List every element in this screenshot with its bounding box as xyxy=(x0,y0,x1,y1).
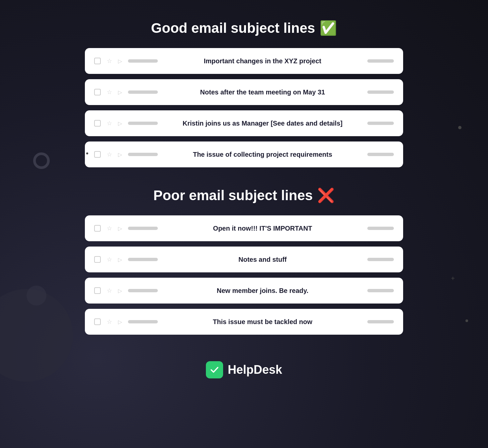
sender-bar-6 xyxy=(128,258,158,261)
checkbox-1[interactable] xyxy=(94,58,101,64)
poor-email-row-4[interactable]: ☆ ▷ This issue must be tackled now xyxy=(85,309,403,335)
star-icon-7[interactable]: ☆ xyxy=(107,287,112,294)
good-email-row-1[interactable]: ☆ ▷ Important changes in the XYZ project xyxy=(85,48,403,74)
checkbox-5[interactable] xyxy=(94,225,101,232)
checkbox-3[interactable] xyxy=(94,120,101,127)
star-icon-5[interactable]: ☆ xyxy=(107,225,112,232)
bg-decoration-dot-1 xyxy=(458,126,461,129)
star-icon-3[interactable]: ☆ xyxy=(107,120,112,127)
bg-decoration-dot-3 xyxy=(465,319,468,322)
good-email-row-4[interactable]: ☆ ▷ The issue of collecting project requ… xyxy=(85,141,403,167)
preview-bar-2 xyxy=(367,90,394,94)
checkbox-8[interactable] xyxy=(94,318,101,325)
poor-subject-2: Notes and stuff xyxy=(164,256,361,263)
helpdesk-logo: HelpDesk xyxy=(206,361,282,378)
poor-email-row-1[interactable]: ☆ ▷ Open it now!!! IT'S IMPORTANT xyxy=(85,215,403,241)
preview-bar-4 xyxy=(367,153,394,156)
checkbox-2[interactable] xyxy=(94,89,101,95)
forward-icon-5: ▷ xyxy=(118,225,122,232)
good-subject-3: Kristin joins us as Manager [See dates a… xyxy=(164,120,361,127)
good-email-list: ☆ ▷ Important changes in the XYZ project… xyxy=(85,48,403,167)
preview-bar-3 xyxy=(367,122,394,125)
forward-icon-3: ▷ xyxy=(118,120,122,127)
sender-bar-7 xyxy=(128,289,158,292)
star-icon-4[interactable]: ☆ xyxy=(107,151,112,158)
poor-email-list: ☆ ▷ Open it now!!! IT'S IMPORTANT ☆ ▷ No… xyxy=(85,215,403,335)
poor-subject-4: This issue must be tackled now xyxy=(164,318,361,326)
forward-icon-7: ▷ xyxy=(118,288,122,294)
checkbox-6[interactable] xyxy=(94,256,101,263)
good-email-row-3[interactable]: ☆ ▷ Kristin joins us as Manager [See dat… xyxy=(85,110,403,136)
good-subject-4: The issue of collecting project requirem… xyxy=(164,151,361,158)
sender-bar-8 xyxy=(128,320,158,323)
sender-bar-1 xyxy=(128,59,158,63)
good-subject-1: Important changes in the XYZ project xyxy=(164,57,361,65)
helpdesk-logo-icon xyxy=(206,361,223,378)
poor-subject-3: New member joins. Be ready. xyxy=(164,287,361,295)
star-icon-8[interactable]: ☆ xyxy=(107,318,112,325)
forward-icon-2: ▷ xyxy=(118,89,122,95)
poor-email-row-2[interactable]: ☆ ▷ Notes and stuff xyxy=(85,247,403,272)
poor-section-title: Poor email subject lines ❌ xyxy=(153,187,335,203)
preview-bar-8 xyxy=(367,320,394,323)
preview-bar-1 xyxy=(367,59,394,63)
preview-bar-6 xyxy=(367,258,394,261)
poor-title-text: Poor email subject lines xyxy=(153,188,313,203)
forward-icon-1: ▷ xyxy=(118,58,122,64)
checkbox-4[interactable] xyxy=(94,151,101,158)
sender-bar-3 xyxy=(128,122,158,125)
bg-decoration-ring xyxy=(33,152,50,169)
good-subject-2: Notes after the team meeting on May 31 xyxy=(164,88,361,96)
star-icon-2[interactable]: ☆ xyxy=(107,88,112,96)
bg-decoration-dot-2 xyxy=(86,152,88,154)
preview-bar-5 xyxy=(367,227,394,230)
good-title-text: Good email subject lines xyxy=(151,20,315,36)
forward-icon-6: ▷ xyxy=(118,256,122,263)
star-icon-6[interactable]: ☆ xyxy=(107,256,112,263)
helpdesk-logo-text: HelpDesk xyxy=(228,363,282,377)
good-section-emoji: ✅ xyxy=(320,20,337,36)
good-section-title: Good email subject lines ✅ xyxy=(151,20,337,36)
star-icon-1[interactable]: ☆ xyxy=(107,57,112,65)
preview-bar-7 xyxy=(367,289,394,292)
helpdesk-logo-svg xyxy=(209,364,220,375)
sender-bar-2 xyxy=(128,90,158,94)
poor-email-row-3[interactable]: ☆ ▷ New member joins. Be ready. xyxy=(85,278,403,304)
forward-icon-4: ▷ xyxy=(118,151,122,158)
forward-icon-8: ▷ xyxy=(118,319,122,325)
poor-subject-1: Open it now!!! IT'S IMPORTANT xyxy=(164,225,361,232)
good-email-row-2[interactable]: ☆ ▷ Notes after the team meeting on May … xyxy=(85,79,403,105)
sender-bar-4 xyxy=(128,153,158,156)
bg-decoration-circle-2 xyxy=(27,286,46,306)
poor-section-emoji: ❌ xyxy=(317,187,335,203)
bg-decoration-plus: + xyxy=(451,275,455,282)
sender-bar-5 xyxy=(128,227,158,230)
checkbox-7[interactable] xyxy=(94,287,101,294)
